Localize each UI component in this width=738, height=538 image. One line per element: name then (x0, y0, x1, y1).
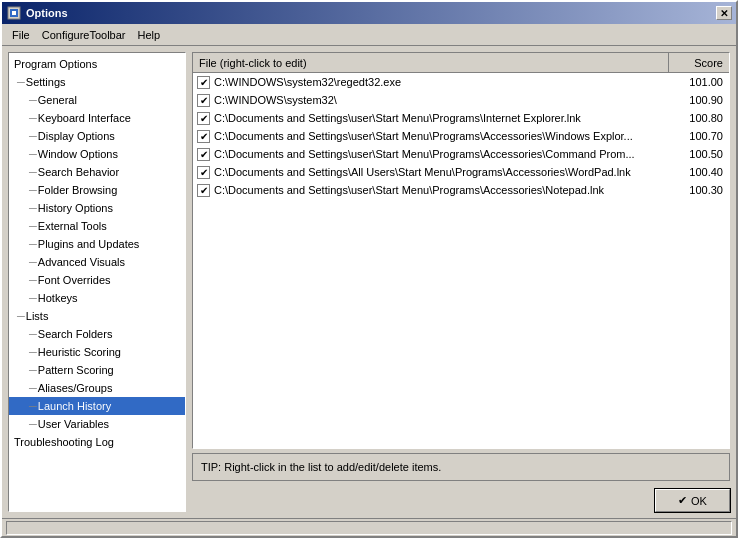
close-button[interactable]: ✕ (716, 6, 732, 20)
tree-connector: ─ (29, 112, 37, 124)
list-score: 101.00 (669, 76, 729, 88)
list-row[interactable]: ✔C:\WINDOWS\system32\100.90 (193, 91, 729, 109)
tree-connector: ─ (29, 382, 37, 394)
tree-connector: ─ (29, 94, 37, 106)
tree-label: General (38, 94, 77, 106)
titlebar-icon (6, 5, 22, 21)
ok-button[interactable]: ✔ OK (655, 489, 730, 512)
tree-item[interactable]: Troubleshooting Log (9, 433, 185, 451)
list-checkbox[interactable]: ✔ (197, 94, 210, 107)
window-title: Options (26, 7, 716, 19)
list-score: 100.40 (669, 166, 729, 178)
list-file-path: C:\Documents and Settings\All Users\Star… (214, 166, 631, 178)
tree-label: External Tools (38, 220, 107, 232)
tree-item[interactable]: ─ Folder Browsing (9, 181, 185, 199)
tree-label: Font Overrides (38, 274, 111, 286)
tree-label: Keyboard Interface (38, 112, 131, 124)
list-file-path: C:\Documents and Settings\user\Start Men… (214, 148, 635, 160)
list-row[interactable]: ✔C:\Documents and Settings\All Users\Sta… (193, 163, 729, 181)
tree-item[interactable]: ─ External Tools (9, 217, 185, 235)
tree-item[interactable]: ─ Heuristic Scoring (9, 343, 185, 361)
list-row[interactable]: ✔C:\Documents and Settings\user\Start Me… (193, 145, 729, 163)
list-file-path: C:\Documents and Settings\user\Start Men… (214, 112, 581, 124)
list-checkbox[interactable]: ✔ (197, 166, 210, 179)
list-row[interactable]: ✔C:\Documents and Settings\user\Start Me… (193, 109, 729, 127)
tree-label: Program Options (14, 58, 97, 70)
tree-item[interactable]: ─ Search Folders (9, 325, 185, 343)
list-row-file: ✔C:\Documents and Settings\user\Start Me… (193, 148, 669, 161)
tree-item[interactable]: ─ Advanced Visuals (9, 253, 185, 271)
list-checkbox[interactable]: ✔ (197, 130, 210, 143)
tree-label: Window Options (38, 148, 118, 160)
list-row-file: ✔C:\Documents and Settings\user\Start Me… (193, 184, 669, 197)
tree-item[interactable]: Program Options (9, 55, 185, 73)
tree-label: Search Behavior (38, 166, 119, 178)
tree-item[interactable]: ─ Settings (9, 73, 185, 91)
list-row[interactable]: ✔C:\WINDOWS\system32\regedt32.exe101.00 (193, 73, 729, 91)
tree-label: Advanced Visuals (38, 256, 125, 268)
tree-label: Aliases/Groups (38, 382, 113, 394)
right-panel: File (right-click to edit) Score ✔C:\WIN… (192, 52, 730, 512)
list-row-file: ✔C:\Documents and Settings\user\Start Me… (193, 112, 669, 125)
list-checkbox[interactable]: ✔ (197, 76, 210, 89)
list-header-file: File (right-click to edit) (193, 53, 669, 72)
tree-item[interactable]: ─ History Options (9, 199, 185, 217)
menu-file[interactable]: File (6, 27, 36, 43)
ok-checkmark: ✔ (678, 494, 687, 507)
bottom-bar: ✔ OK (192, 485, 730, 512)
list-checkbox[interactable]: ✔ (197, 112, 210, 125)
tree-label: Pattern Scoring (38, 364, 114, 376)
tree-item[interactable]: ─ Pattern Scoring (9, 361, 185, 379)
tip-text: TIP: Right-click in the list to add/edit… (201, 461, 441, 473)
tree-label: Launch History (38, 400, 111, 412)
list-header: File (right-click to edit) Score (193, 53, 729, 73)
tree-connector: ─ (29, 166, 37, 178)
tree-connector: ─ (29, 220, 37, 232)
tree-connector: ─ (29, 346, 37, 358)
list-file-path: C:\Documents and Settings\user\Start Men… (214, 184, 604, 196)
menu-help[interactable]: Help (132, 27, 167, 43)
list-score: 100.50 (669, 148, 729, 160)
tree-label: Heuristic Scoring (38, 346, 121, 358)
list-checkbox[interactable]: ✔ (197, 148, 210, 161)
tree-connector: ─ (29, 274, 37, 286)
tree-item[interactable]: ─ Launch History (9, 397, 185, 415)
tree-item[interactable]: ─ Lists (9, 307, 185, 325)
tree-label: Hotkeys (38, 292, 78, 304)
tree-item[interactable]: ─ General (9, 91, 185, 109)
tree-item[interactable]: ─ Font Overrides (9, 271, 185, 289)
tree-item[interactable]: ─ Hotkeys (9, 289, 185, 307)
tree-item[interactable]: ─ Window Options (9, 145, 185, 163)
tree-label: Plugins and Updates (38, 238, 140, 250)
tree-connector: ─ (29, 238, 37, 250)
tip-area: TIP: Right-click in the list to add/edit… (192, 453, 730, 481)
options-window: Options ✕ File ConfigureToolbar Help Pro… (0, 0, 738, 538)
file-list[interactable]: File (right-click to edit) Score ✔C:\WIN… (192, 52, 730, 449)
tree-label: User Variables (38, 418, 109, 430)
list-checkbox[interactable]: ✔ (197, 184, 210, 197)
svg-rect-2 (12, 11, 16, 15)
tree-connector: ─ (29, 130, 37, 142)
tree-item[interactable]: ─ Plugins and Updates (9, 235, 185, 253)
tree-label: Search Folders (38, 328, 113, 340)
tree-label: Troubleshooting Log (14, 436, 114, 448)
tree-item[interactable]: ─ Keyboard Interface (9, 109, 185, 127)
menubar: File ConfigureToolbar Help (2, 24, 736, 46)
tree-panel[interactable]: Program Options─ Settings─ General─ Keyb… (8, 52, 186, 512)
tree-label: Display Options (38, 130, 115, 142)
list-header-score: Score (669, 53, 729, 72)
menu-configuretoolbar[interactable]: ConfigureToolbar (36, 27, 132, 43)
list-row[interactable]: ✔C:\Documents and Settings\user\Start Me… (193, 181, 729, 199)
list-body[interactable]: ✔C:\WINDOWS\system32\regedt32.exe101.00✔… (193, 73, 729, 448)
list-file-path: C:\WINDOWS\system32\regedt32.exe (214, 76, 401, 88)
tree-item[interactable]: ─ Display Options (9, 127, 185, 145)
tree-connector: ─ (29, 184, 37, 196)
ok-label: OK (691, 495, 707, 507)
tree-item[interactable]: ─ User Variables (9, 415, 185, 433)
list-file-path: C:\Documents and Settings\user\Start Men… (214, 130, 633, 142)
list-row[interactable]: ✔C:\Documents and Settings\user\Start Me… (193, 127, 729, 145)
tree-item[interactable]: ─ Search Behavior (9, 163, 185, 181)
tree-item[interactable]: ─ Aliases/Groups (9, 379, 185, 397)
list-row-file: ✔C:\WINDOWS\system32\ (193, 94, 669, 107)
list-row-file: ✔C:\Documents and Settings\user\Start Me… (193, 130, 669, 143)
